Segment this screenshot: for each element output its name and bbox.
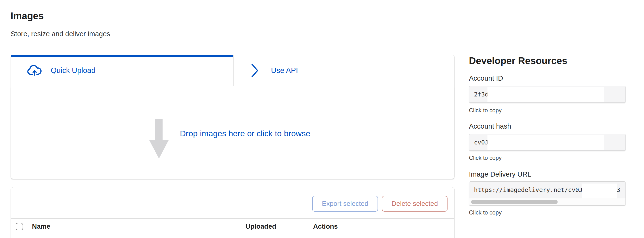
image-delivery-url-label: Image Delivery URL <box>469 170 531 178</box>
upload-tabs: Quick Upload Use API <box>10 55 454 86</box>
column-header-actions: Actions <box>313 223 338 230</box>
image-list-card: Export selected Delete selected Name Upl… <box>10 187 454 238</box>
select-all-checkbox[interactable] <box>16 223 23 230</box>
tab-use-api-label: Use API <box>271 66 298 75</box>
tab-quick-upload[interactable]: Quick Upload <box>10 55 233 86</box>
image-delivery-url-fragment: 3 <box>616 182 620 198</box>
tab-use-api[interactable]: Use API <box>233 55 454 86</box>
images-dashboard-page: Images Store, resize and deliver images … <box>0 0 644 238</box>
account-hash-value: cv0J <box>474 134 488 150</box>
page-title: Images <box>10 10 44 21</box>
page-subtitle: Store, resize and deliver images <box>10 30 110 38</box>
chevron-right-icon <box>251 64 258 78</box>
export-selected-button[interactable]: Export selected <box>312 196 378 212</box>
redaction-overlay <box>582 184 617 198</box>
column-header-uploaded: Uploaded <box>246 223 276 230</box>
dropzone-label: Drop images here or click to browse <box>180 129 310 138</box>
image-delivery-url-value: https://imagedelivery.net/cv0JS <box>474 182 586 198</box>
image-delivery-url-field[interactable]: https://imagedelivery.net/cv0JS 3 <box>469 181 626 205</box>
account-id-value: 2f3d <box>474 86 488 103</box>
delete-selected-button[interactable]: Delete selected <box>382 196 448 212</box>
redaction-overlay <box>488 87 604 102</box>
account-hash-copy-hint: Click to copy <box>469 154 502 161</box>
scrollbar-thumb[interactable] <box>471 200 558 204</box>
table-header-row: Name Uploaded Actions <box>11 219 454 235</box>
account-hash-field[interactable]: cv0J <box>469 134 626 151</box>
account-id-field[interactable]: 2f3d <box>469 86 626 103</box>
image-delivery-url-copy-hint: Click to copy <box>469 209 502 216</box>
image-dropzone[interactable]: Drop images here or click to browse <box>10 86 454 179</box>
account-id-copy-hint: Click to copy <box>469 107 502 114</box>
tab-quick-upload-label: Quick Upload <box>51 66 96 75</box>
account-id-label: Account ID <box>469 74 503 82</box>
list-toolbar: Export selected Delete selected <box>11 187 454 219</box>
cloud-upload-icon <box>27 65 42 76</box>
redaction-overlay <box>488 135 604 150</box>
column-header-name: Name <box>32 223 50 230</box>
active-tab-indicator <box>11 55 233 57</box>
arrow-down-icon <box>149 119 169 159</box>
horizontal-scrollbar <box>469 198 626 205</box>
account-hash-label: Account hash <box>469 122 511 130</box>
developer-resources-title: Developer Resources <box>469 55 567 66</box>
